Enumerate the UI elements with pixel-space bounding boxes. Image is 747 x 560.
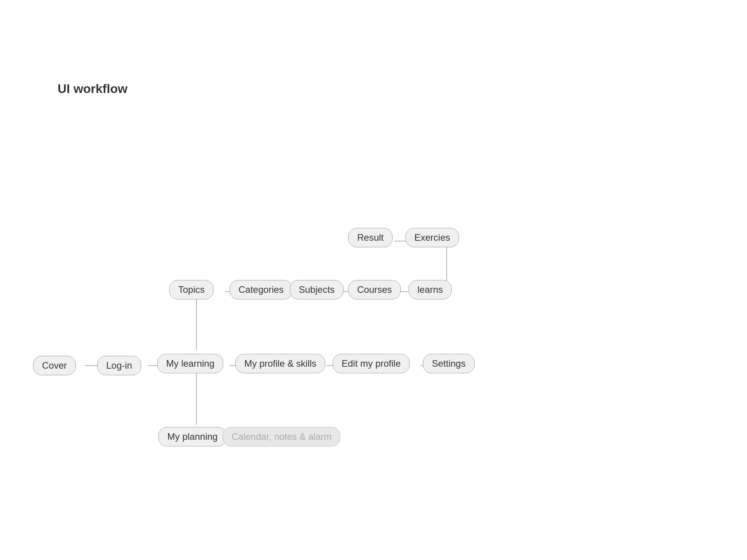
node-my-learning[interactable]: My learning: [157, 354, 223, 373]
node-learns[interactable]: learns: [409, 280, 452, 299]
node-result[interactable]: Result: [348, 228, 393, 247]
node-subjects[interactable]: Subjects: [290, 280, 344, 299]
node-settings[interactable]: Settings: [423, 354, 475, 373]
node-cover[interactable]: Cover: [33, 356, 76, 375]
node-login[interactable]: Log-in: [97, 356, 141, 375]
node-exercies[interactable]: Exercies: [405, 228, 459, 247]
node-topics[interactable]: Topics: [169, 280, 214, 299]
node-courses[interactable]: Courses: [348, 280, 401, 299]
node-categories[interactable]: Categories: [230, 280, 293, 299]
node-my-planning[interactable]: My planning: [158, 427, 226, 446]
page-title: UI workflow: [58, 82, 128, 96]
node-my-profile[interactable]: My profile & skills: [235, 354, 325, 373]
node-calendar[interactable]: Calendar, notes & alarm: [223, 427, 340, 446]
node-edit-profile[interactable]: Edit my profile: [333, 354, 410, 373]
